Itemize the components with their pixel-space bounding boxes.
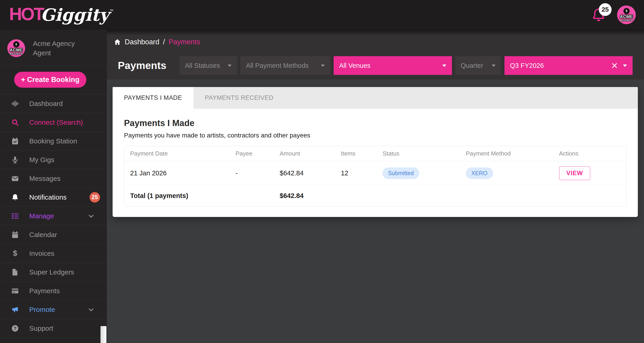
caret-down-icon [492,64,496,67]
content-body: PAYMENTS I MADEPAYMENTS RECEIVED Payment… [107,80,644,343]
avatar-text: ACME [10,48,23,52]
sidebar-item-super-ledgers[interactable]: Super Ledgers [0,263,107,282]
chevron-down-icon [88,212,94,220]
sidebar-item-notifications[interactable]: Notifications25 [0,188,107,207]
view-button[interactable]: VIEW [559,166,590,180]
period-value: Q3 FY2026 [510,62,544,70]
payment-method-filter-dropdown[interactable]: All Payment Methods [240,56,330,75]
equalizer-icon [10,100,20,108]
calendar-check-icon [10,137,20,145]
app: HOT Giggity ™ 25 ACME AGENCY [0,0,644,343]
question-circle-icon: ? [10,324,20,332]
filter-row: Payments All Statuses All Payment Method… [107,46,644,80]
sidebar-item-manage[interactable]: Manage [0,207,107,226]
payments-card: PAYMENTS I MADEPAYMENTS RECEIVED Payment… [112,87,638,217]
venue-filter-dropdown[interactable]: All Venues [334,56,452,75]
body-row: ACME AGENCY Acme Agency Agent + Create B… [0,30,644,343]
page-title: Payments [118,60,170,72]
sidebar-scrollbar-thumb[interactable] [100,326,106,343]
period-type-value: Quarter [460,62,483,70]
user-name: Acme Agency [33,39,75,48]
status-badge: Submitted [382,168,419,179]
breadcrumb-current: Payments [168,38,200,46]
table-total-row: Total (1 payments) $642.84 [124,185,626,206]
column-header-payment-date: Payment Date [130,150,236,157]
sidebar-item-promote[interactable]: Promote [0,300,107,319]
table-row: 21 Jan 2026-$642.8412SubmittedXEROVIEW [124,161,626,185]
column-header-actions: Actions [559,150,620,157]
user-role: Agent [33,48,75,58]
envelope-icon [10,175,20,182]
create-booking-button[interactable]: + Create Booking [14,72,86,88]
payments-table: Payment DatePayeeAmountItemsStatusPaymen… [124,146,626,206]
home-icon[interactable] [114,38,121,46]
column-header-payment-method: Payment Method [466,150,559,157]
tab-payments-received[interactable]: PAYMENTS RECEIVED [194,87,285,109]
sidebar-item-booking-station[interactable]: Booking Station [0,132,107,150]
sidebar-item-connect-search[interactable]: Connect (Search) [0,113,107,132]
bell-icon [10,194,20,201]
microphone-icon [13,41,20,48]
checklist-icon [10,212,20,220]
caret-down-icon [442,64,446,67]
account-avatar[interactable]: ACME AGENCY [617,6,636,24]
tab-payments-i-made[interactable]: PAYMENTS I MADE [112,87,194,109]
cell-payee: - [236,170,280,177]
logo-hot: HOT [9,3,44,25]
breadcrumb: Dashboard / Payments [107,30,644,46]
avatar-text: ACME [620,14,633,19]
sidebar-item-payments[interactable]: Payments [0,282,107,300]
table-header-row: Payment DatePayeeAmountItemsStatusPaymen… [124,146,626,161]
notification-count-badge: 25 [90,192,100,202]
caret-down-icon [321,64,325,67]
logo-giggity: Giggity [41,3,109,27]
tabs: PAYMENTS I MADEPAYMENTS RECEIVED [112,87,638,109]
total-amount: $642.84 [280,192,341,200]
megaphone-icon [10,306,20,314]
divider [0,65,107,66]
caret-down-icon [228,64,232,67]
payment-method-filter-value: All Payment Methods [246,62,308,70]
sidebar-user[interactable]: ACME AGENCY Acme Agency Agent [0,30,107,65]
search-icon [10,118,20,126]
status-filter-value: All Statuses [185,62,220,70]
sidebar-item-dashboard[interactable]: Dashboard [0,94,107,113]
sidebar-item-my-gigs[interactable]: My Gigs [0,150,107,169]
calendar-icon [10,231,20,239]
chevron-down-icon [88,306,94,313]
breadcrumb-dashboard-link[interactable]: Dashboard [125,38,160,46]
content-header: Dashboard / Payments Payments All Status… [107,30,644,80]
microphone-icon [10,156,20,164]
sidebar-item-invoices[interactable]: $Invoices [0,244,107,263]
notification-count-badge: 25 [599,3,612,16]
credit-card-icon [10,287,20,295]
dollar-icon: $ [10,250,20,257]
svg-text:$: $ [13,250,17,257]
sidebar-item-calendar[interactable]: Calendar [0,226,107,244]
table-body: 21 Jan 2026-$642.8412SubmittedXEROVIEW [124,161,626,185]
caret-down-icon [623,64,627,67]
sidebar-item-support[interactable]: ?Support [0,319,107,338]
cell-payment-date: 21 Jan 2026 [130,170,236,177]
logo-trademark: ™ [110,9,114,13]
sidebar-nav: DashboardConnect (Search)Booking Station… [0,94,107,338]
cell-amount: $642.84 [280,170,341,177]
venue-filter-value: All Venues [339,62,370,70]
close-icon[interactable] [611,62,618,69]
notifications-bell-button[interactable]: 25 [591,7,606,22]
period-type-dropdown[interactable]: Quarter [455,56,501,75]
column-header-amount: Amount [280,150,341,157]
sidebar: ACME AGENCY Acme Agency Agent + Create B… [0,30,107,343]
cell-items: 12 [341,170,382,177]
total-label: Total (1 payments) [130,192,236,200]
column-header-status: Status [382,150,466,157]
period-value-dropdown[interactable]: Q3 FY2026 [504,56,632,75]
section-description: Payments you have made to artists, contr… [124,132,626,139]
hotgiggity-logo[interactable]: HOT Giggity ™ [9,3,114,27]
topbar-right: 25 ACME AGENCY [591,6,636,24]
column-header-items: Items [341,150,382,157]
sidebar-item-messages[interactable]: Messages [0,169,107,188]
payments-made-section: Payments I Made Payments you have made t… [112,109,638,217]
microphone-icon [624,8,630,14]
status-filter-dropdown[interactable]: All Statuses [180,56,237,75]
